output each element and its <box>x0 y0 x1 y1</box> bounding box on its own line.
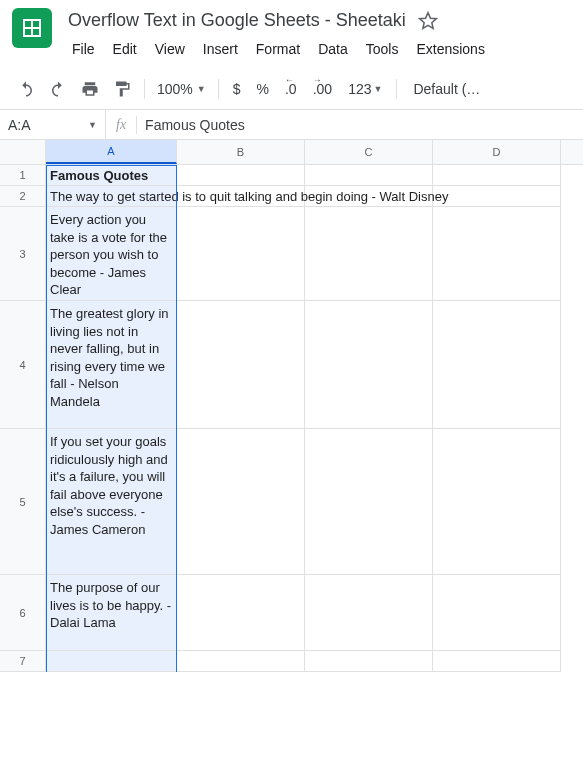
cell[interactable] <box>305 165 433 186</box>
table-row: 5If you set your goals ridiculously high… <box>0 429 583 575</box>
cell[interactable] <box>305 651 433 672</box>
cell[interactable]: The greatest glory in living lies not in… <box>46 301 177 429</box>
document-title[interactable]: Overflow Text in Google Sheets - Sheetak… <box>64 8 410 33</box>
table-row: 7 <box>0 651 583 672</box>
fx-label: fx <box>106 117 136 133</box>
redo-icon[interactable] <box>44 75 72 103</box>
chevron-down-icon: ▼ <box>374 84 383 94</box>
cell[interactable] <box>46 651 177 672</box>
number-format-button[interactable]: 123▼ <box>342 75 388 103</box>
row-header[interactable]: 1 <box>0 165 46 186</box>
cell[interactable] <box>433 165 561 186</box>
row-header[interactable]: 6 <box>0 575 46 651</box>
cell[interactable] <box>177 651 305 672</box>
cell[interactable]: Famous Quotes <box>46 165 177 186</box>
cell[interactable] <box>433 651 561 672</box>
row-header[interactable]: 7 <box>0 651 46 672</box>
cell[interactable]: Every action you take is a vote for the … <box>46 207 177 301</box>
menu-data[interactable]: Data <box>310 37 356 61</box>
menu-extensions[interactable]: Extensions <box>408 37 492 61</box>
cell[interactable] <box>305 301 433 429</box>
row-header[interactable]: 4 <box>0 301 46 429</box>
menu-bar: File Edit View Insert Format Data Tools … <box>64 37 571 61</box>
grid-body[interactable]: 1Famous Quotes2The way to get started is… <box>0 165 583 672</box>
zoom-control[interactable]: 100%▼ <box>153 81 210 97</box>
increase-decimal-button[interactable]: .00→ <box>307 75 338 103</box>
column-header-b[interactable]: B <box>177 140 305 164</box>
name-box-value: A:A <box>8 117 31 133</box>
sheets-logo[interactable] <box>12 8 52 48</box>
menu-insert[interactable]: Insert <box>195 37 246 61</box>
toolbar: 100%▼ $ % .0← .00→ 123▼ Default (Ari... <box>0 69 583 110</box>
cell[interactable] <box>177 575 305 651</box>
table-row: 6The purpose of our lives is to be happy… <box>0 575 583 651</box>
decrease-decimal-button[interactable]: .0← <box>279 75 303 103</box>
paint-format-icon[interactable] <box>108 75 136 103</box>
menu-edit[interactable]: Edit <box>105 37 145 61</box>
cell[interactable] <box>305 575 433 651</box>
cell[interactable] <box>433 575 561 651</box>
font-selector[interactable]: Default (Ari... <box>405 81 495 97</box>
cell[interactable] <box>177 207 305 301</box>
cell[interactable]: The way to get started is to quit talkin… <box>46 186 177 207</box>
select-all-corner[interactable] <box>0 140 46 164</box>
cell[interactable]: The purpose of our lives is to be happy.… <box>46 575 177 651</box>
cell[interactable] <box>433 186 561 207</box>
column-header-c[interactable]: C <box>305 140 433 164</box>
print-icon[interactable] <box>76 75 104 103</box>
menu-view[interactable]: View <box>147 37 193 61</box>
undo-icon[interactable] <box>12 75 40 103</box>
column-header-a[interactable]: A <box>46 140 177 164</box>
table-row: 1Famous Quotes <box>0 165 583 186</box>
cell[interactable] <box>433 207 561 301</box>
menu-tools[interactable]: Tools <box>358 37 407 61</box>
name-box[interactable]: A:A ▼ <box>0 110 106 139</box>
row-header[interactable]: 2 <box>0 186 46 207</box>
column-header-d[interactable]: D <box>433 140 561 164</box>
menu-file[interactable]: File <box>64 37 103 61</box>
chevron-down-icon: ▼ <box>197 84 206 94</box>
cell[interactable] <box>177 429 305 575</box>
grid: A B C D 1Famous Quotes2The way to get st… <box>0 140 583 672</box>
chevron-down-icon: ▼ <box>88 120 97 130</box>
cell[interactable]: If you set your goals ridiculously high … <box>46 429 177 575</box>
currency-button[interactable]: $ <box>227 75 247 103</box>
cell[interactable] <box>177 165 305 186</box>
row-header[interactable]: 3 <box>0 207 46 301</box>
cell[interactable] <box>305 207 433 301</box>
percent-button[interactable]: % <box>251 75 275 103</box>
cell[interactable] <box>177 301 305 429</box>
table-row: 2The way to get started is to quit talki… <box>0 186 583 207</box>
row-header[interactable]: 5 <box>0 429 46 575</box>
cell[interactable] <box>305 429 433 575</box>
cell[interactable] <box>433 301 561 429</box>
star-icon[interactable] <box>418 11 438 31</box>
table-row: 3Every action you take is a vote for the… <box>0 207 583 301</box>
cell[interactable] <box>433 429 561 575</box>
formula-bar[interactable]: Famous Quotes <box>137 117 583 133</box>
menu-format[interactable]: Format <box>248 37 308 61</box>
table-row: 4The greatest glory in living lies not i… <box>0 301 583 429</box>
